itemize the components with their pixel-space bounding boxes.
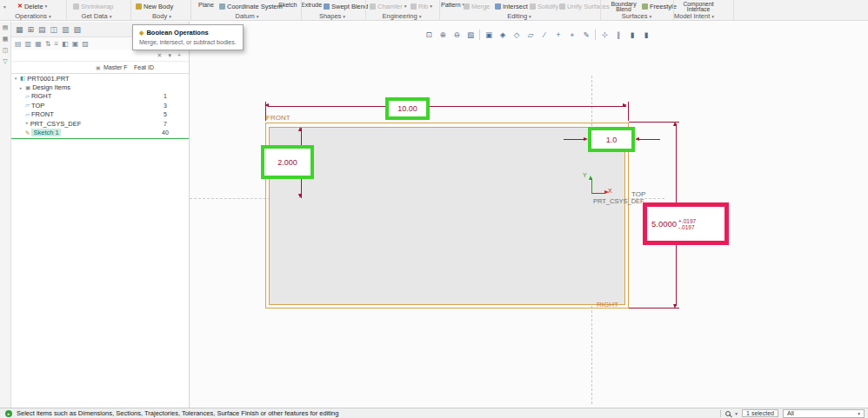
ribbon-item-coordinate-system[interactable]: Coordinate System	[219, 2, 283, 10]
insertion-locator-line[interactable]	[11, 138, 189, 139]
clipboard-icon[interactable]: ▤	[3, 24, 9, 31]
tree-col-master[interactable]: Master F	[103, 64, 128, 70]
ribbon-item-rib[interactable]: Rib▾	[411, 2, 432, 10]
ribbon-overflow-caret-icon[interactable]: ▾	[3, 3, 6, 11]
ribbon-group-body[interactable]: Body▾	[152, 12, 171, 20]
ribbon-item-solidify[interactable]: Solidify	[530, 2, 558, 10]
datum-plane-icon: ▱	[25, 102, 30, 109]
ribbon-group-surfaces[interactable]: Surfaces▾	[622, 12, 651, 20]
spin-center-icon[interactable]: ⊹	[598, 29, 611, 41]
csys-display-icon[interactable]: ⌖	[566, 29, 578, 41]
display-style-icon[interactable]: ▣	[483, 29, 495, 41]
tree-item-top[interactable]: ▱ TOP 3	[11, 101, 189, 109]
tree-settings-icon[interactable]: ▨	[82, 40, 89, 48]
ribbon-item-merge[interactable]: Merge	[464, 2, 490, 10]
tree-item-sketch[interactable]: ✎ Sketch 1 40	[11, 128, 189, 136]
undo-icon[interactable]: ◫	[50, 25, 58, 34]
ribbon-group-engineering[interactable]: Engineering▾	[383, 12, 422, 20]
view-lock-icon[interactable]: ▮	[640, 29, 652, 41]
dim-line-width[interactable]	[268, 106, 626, 107]
annotation-display-icon[interactable]: ✎	[580, 29, 592, 41]
tree-control-row: ✕ ▾ +	[11, 50, 189, 62]
search-caret-icon[interactable]: ▾	[735, 411, 738, 416]
zoom-in-icon[interactable]: ⊕	[437, 29, 449, 41]
regenerate-icon[interactable]: ▤	[38, 25, 46, 34]
tree-col-featid[interactable]: Feat ID	[134, 64, 154, 70]
ribbon-item-freestyle[interactable]: Freestyle	[642, 2, 677, 10]
ribbon-item-plane[interactable]: Plane	[198, 0, 214, 9]
dim-extension-line	[628, 102, 629, 121]
tree-item-right[interactable]: ▱ RIGHT 1	[11, 92, 189, 101]
ribbon-group-editing[interactable]: Editing▾	[507, 12, 531, 20]
ribbon-item-shrinkwrap[interactable]: Shrinkwrap	[73, 2, 114, 10]
ribbon-item-chamfer[interactable]: Chamfer▾	[370, 2, 407, 10]
zoom-out-icon[interactable]: ⊖	[451, 29, 463, 41]
ribbon-group-operations[interactable]: Operations▾	[15, 12, 50, 20]
ribbon-item-unify-surfaces[interactable]: Unify Surfaces	[559, 2, 610, 10]
csys-y-axis[interactable]	[591, 178, 592, 193]
point-display-icon[interactable]: +	[552, 29, 564, 41]
datum-plane-icon: ▱	[25, 111, 30, 118]
axis-display-icon[interactable]: ∕	[538, 29, 551, 41]
ribbon-item-pattern[interactable]: Pattern▾	[441, 0, 464, 9]
sketch-inner-rectangle[interactable]	[269, 127, 625, 305]
refit-icon[interactable]: ⊡	[423, 29, 435, 41]
csys-label[interactable]: PRT_CSYS_DEF	[593, 197, 644, 205]
ribbon-item-sketch[interactable]: Sketch	[278, 0, 297, 9]
tree-columns-icon[interactable]: ▦	[35, 40, 42, 48]
tree-item-front[interactable]: ▱ FRONT 5	[11, 110, 189, 119]
ribbon-separator	[733, 0, 734, 21]
tree-list-icon[interactable]: ≡	[54, 40, 58, 48]
copy-icon[interactable]: ⊞	[28, 25, 35, 34]
ribbon-item-extrude[interactable]: Extrude	[301, 0, 322, 9]
graphics-area[interactable]: ⊡ ⊕ ⊖ ▧ ▣ ◈ ◇ ▱ ∕ + ⌖ ✎ ⊹ ∥ ▮ ▮	[190, 22, 868, 408]
tree-sort-icon[interactable]: ⇅	[45, 40, 51, 48]
tree-item-design-items[interactable]: ▸ ▣ Design Items	[11, 83, 189, 91]
redo-icon[interactable]: ▥	[62, 25, 70, 34]
tree-show-icon[interactable]: ▤	[15, 40, 22, 48]
tree-panel-icon[interactable]: ▦	[3, 36, 9, 43]
view-manager-icon[interactable]: ▮	[626, 29, 638, 41]
tree-close-icon[interactable]: ✕	[157, 52, 163, 59]
ribbon-item-delete[interactable]: ✕Delete▾	[17, 2, 47, 10]
dimension-width-value[interactable]: 10.00	[397, 104, 417, 113]
tolerance-minus: -.0197	[678, 224, 696, 230]
tree-caret-icon[interactable]: ▾	[168, 52, 171, 59]
ribbon-item-swept-blend[interactable]: Swept Blend	[324, 2, 368, 10]
expander-icon[interactable]: ▸	[18, 85, 23, 90]
shrinkwrap-icon	[73, 3, 79, 10]
find-icon[interactable]: ▧	[74, 25, 82, 34]
perspective-icon[interactable]: ◇	[511, 29, 523, 41]
tree-collapse-icon[interactable]: ▣	[72, 40, 79, 48]
front-datum-label[interactable]: FRONT	[266, 114, 290, 122]
selection-filter-dropdown[interactable]: All ▾	[783, 409, 865, 418]
saved-orientations-icon[interactable]: ∥	[612, 29, 624, 41]
tree-expand-icon[interactable]: ◧	[62, 40, 69, 48]
tree-add-icon[interactable]: +	[177, 52, 181, 58]
repaint-icon[interactable]: ▧	[464, 29, 477, 41]
dimension-height-value[interactable]: 2.000	[277, 158, 297, 167]
expander-icon[interactable]: ▾	[13, 76, 18, 81]
ribbon-item-intersect[interactable]: Intersect	[495, 2, 528, 10]
tree-item-csys[interactable]: ⌖ PRT_CSYS_DEF 7	[11, 119, 189, 128]
ribbon-group-model-intent[interactable]: Model Intent▾	[674, 12, 714, 20]
tree-filter-icon[interactable]: ▥	[25, 40, 32, 48]
ribbon-item-new-body[interactable]: New Body	[136, 2, 173, 10]
csys-x-axis[interactable]	[591, 193, 605, 194]
tree-item-part[interactable]: ▾ ◧ PRT0001.PRT	[11, 74, 189, 83]
ribbon-group-shapes[interactable]: Shapes▾	[319, 12, 345, 20]
dimension-length-value[interactable]: 5.0000	[651, 219, 677, 229]
shaded-view-icon[interactable]: ◈	[497, 29, 509, 41]
layers-icon[interactable]: ◫	[3, 47, 9, 54]
filter-funnel-icon[interactable]: ▽	[3, 58, 7, 65]
datum-plane-display-icon[interactable]: ▱	[524, 29, 537, 41]
csys-x-label: X	[608, 188, 612, 194]
search-magnifier-icon[interactable]	[725, 411, 731, 416]
paste-icon[interactable]: ▦	[16, 25, 23, 34]
ribbon-group-datum[interactable]: Datum▾	[236, 12, 259, 20]
ribbon-group-get-data[interactable]: Get Data▾	[82, 12, 112, 20]
dimension-offset-value[interactable]: 1.0	[606, 136, 618, 144]
arrowhead-icon	[635, 137, 639, 141]
highlight-box-green: 10.00	[385, 97, 430, 120]
right-datum-label[interactable]: RIGHT	[597, 301, 618, 309]
